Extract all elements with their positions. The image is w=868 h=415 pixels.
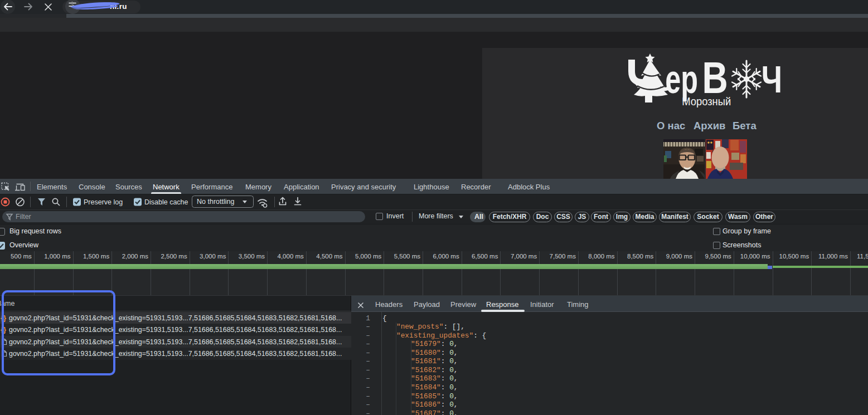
svg-text:Морозный: Морозный xyxy=(682,95,731,108)
svg-text:Ч: Ч xyxy=(762,58,782,101)
svg-text:ер: ер xyxy=(665,57,698,101)
svg-text:В: В xyxy=(702,52,728,102)
